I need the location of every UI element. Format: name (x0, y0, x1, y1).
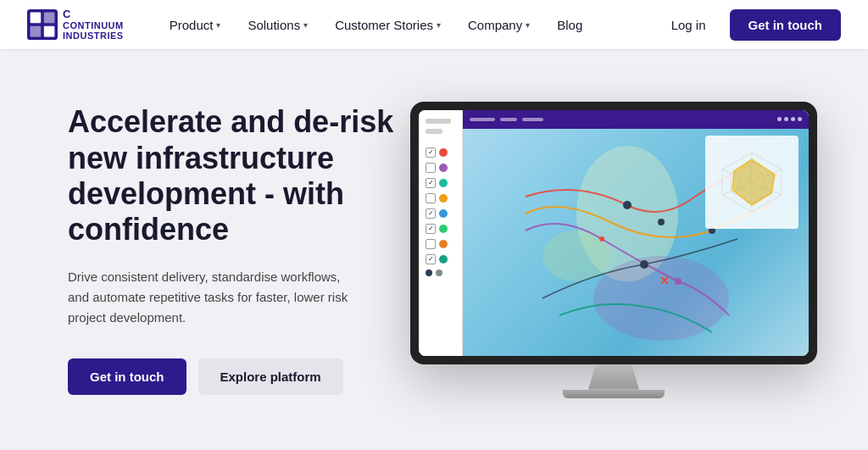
nav-blog[interactable]: Blog (545, 13, 594, 37)
sidebar-color-dot (436, 269, 442, 276)
sidebar-row (422, 192, 459, 205)
sidebar-row (422, 268, 459, 278)
explore-platform-button[interactable]: Explore platform (198, 358, 343, 395)
chevron-down-icon: ▾ (526, 20, 530, 30)
monitor-stand (588, 364, 639, 390)
hero-content: Accelerate and de-risk new infrastructur… (68, 104, 424, 395)
topbar-segment (500, 118, 517, 121)
hero-subtitle: Drive consistent delivery, standardise w… (68, 267, 356, 328)
sidebar-checkbox (426, 254, 436, 264)
svg-rect-4 (44, 26, 55, 37)
nav-links: Product ▾ Solutions ▾ Customer Stories ▾… (158, 13, 661, 37)
sidebar-color-dot (426, 269, 432, 276)
sidebar-color-dot (439, 164, 448, 172)
nav-customer-stories[interactable]: Customer Stories ▾ (323, 13, 453, 37)
sidebar-row (422, 253, 459, 266)
nav-get-in-touch-button[interactable]: Get in touch (730, 9, 842, 41)
sidebar-color-dot (439, 240, 448, 248)
svg-point-11 (640, 260, 648, 269)
sidebar-row (422, 222, 459, 236)
sidebar-checkbox (426, 178, 436, 188)
topbar-dot (784, 117, 788, 121)
sidebar-color-dot (439, 255, 448, 264)
svg-point-13 (599, 236, 604, 242)
logo[interactable]: C CONTINUUMINDUSTRIES (27, 8, 124, 41)
topbar-segment (522, 118, 543, 121)
get-in-touch-button[interactable]: Get in touch (68, 358, 186, 395)
hero-buttons: Get in touch Explore platform (68, 358, 424, 395)
svg-rect-1 (31, 13, 42, 24)
topbar-segment (470, 118, 495, 121)
nav-solutions[interactable]: Solutions ▾ (236, 13, 320, 37)
sidebar-row (422, 127, 459, 136)
sidebar-color-dot (439, 209, 448, 218)
monitor-screen (419, 110, 809, 356)
hero-section: Accelerate and de-risk new infrastructur… (0, 49, 868, 450)
nav-company[interactable]: Company ▾ (456, 13, 542, 37)
sidebar-row (422, 176, 459, 190)
hero-visual (410, 102, 817, 398)
chevron-down-icon: ▾ (216, 20, 220, 30)
map-topbar (463, 110, 809, 129)
svg-point-8 (623, 201, 632, 209)
sidebar-row (422, 117, 459, 125)
nav-right: Log in Get in touch (661, 9, 841, 41)
navigation: C CONTINUUMINDUSTRIES Product ▾ Solution… (0, 0, 868, 49)
radar-svg (714, 144, 790, 220)
svg-point-12 (675, 278, 682, 285)
svg-rect-3 (31, 26, 42, 37)
sidebar-row (422, 146, 459, 159)
map-sidebar (419, 110, 463, 356)
sidebar-checkbox (426, 239, 436, 249)
topbar-dots (777, 117, 802, 121)
sidebar-checkbox (426, 208, 436, 219)
topbar-dot (777, 117, 782, 121)
svg-marker-22 (732, 159, 775, 205)
sidebar-color-dot (439, 225, 448, 233)
sidebar-color-dot (439, 148, 448, 157)
monitor (410, 102, 817, 398)
sidebar-color-dot (439, 179, 448, 187)
chevron-down-icon: ▾ (303, 20, 308, 30)
svg-rect-2 (44, 13, 55, 24)
sidebar-row (422, 207, 459, 220)
topbar-dot (791, 117, 795, 121)
svg-point-9 (658, 219, 665, 225)
sidebar-row (422, 237, 459, 251)
radar-chart (705, 136, 798, 229)
sidebar-row (422, 161, 459, 175)
brand-name-top: C (63, 8, 124, 20)
login-button[interactable]: Log in (661, 13, 716, 37)
map-container (419, 110, 809, 356)
sidebar-label-bar (426, 119, 451, 124)
nav-product[interactable]: Product ▾ (158, 13, 233, 37)
monitor-body (410, 102, 817, 364)
sidebar-label-bar-short (426, 129, 442, 134)
hero-title: Accelerate and de-risk new infrastructur… (68, 104, 424, 248)
sidebar-color-dot (439, 194, 448, 203)
chevron-down-icon: ▾ (437, 20, 441, 30)
sidebar-checkbox (426, 163, 436, 173)
topbar-dot (798, 117, 802, 121)
brand-name-full: CONTINUUMINDUSTRIES (63, 20, 124, 41)
monitor-base (563, 390, 665, 398)
sidebar-checkbox (426, 147, 436, 158)
sidebar-checkbox (426, 193, 436, 203)
sidebar-checkbox (426, 224, 436, 234)
